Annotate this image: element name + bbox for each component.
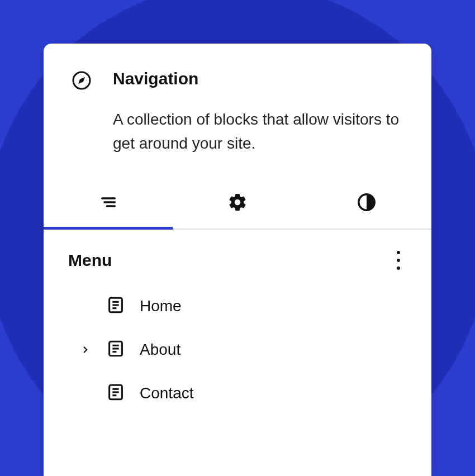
page-icon (106, 383, 125, 404)
menu-item-label: About (140, 341, 180, 359)
list-icon (99, 193, 118, 214)
menu-items-list: Home About (68, 296, 407, 404)
page-icon (106, 296, 125, 317)
menu-header: Menu (68, 251, 407, 270)
menu-section: Menu Home (44, 230, 431, 415)
panel-header: Navigation A collection of blocks that a… (44, 44, 431, 178)
header-text: Navigation A collection of blocks that a… (113, 69, 403, 156)
tab-settings[interactable] (173, 178, 302, 229)
menu-item-label: Contact (140, 384, 194, 402)
panel-description: A collection of blocks that allow visito… (113, 107, 403, 156)
panel-title: Navigation (113, 69, 403, 88)
menu-item-label: Home (140, 297, 182, 315)
menu-item-home[interactable]: Home (79, 296, 407, 317)
navigation-panel: Navigation A collection of blocks that a… (44, 44, 431, 476)
menu-item-contact[interactable]: Contact (79, 383, 407, 404)
tab-list-view[interactable] (44, 178, 173, 229)
menu-item-about[interactable]: About (79, 339, 407, 360)
chevron-right-icon (80, 345, 91, 355)
svg-marker-1 (78, 77, 85, 84)
tab-styles[interactable] (302, 178, 431, 229)
tabs-row (44, 178, 431, 230)
expand-toggle[interactable] (79, 345, 92, 355)
page-icon (106, 339, 125, 360)
menu-title: Menu (68, 251, 112, 270)
menu-more-button[interactable] (390, 251, 407, 270)
compass-icon (72, 70, 92, 93)
gear-icon (227, 192, 248, 215)
contrast-icon (357, 193, 376, 214)
